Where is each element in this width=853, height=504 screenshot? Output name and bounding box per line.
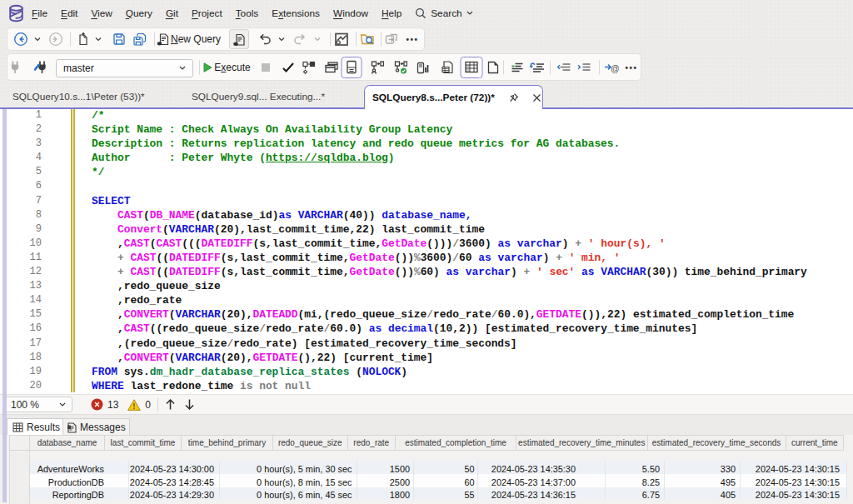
svg-text:@: @ bbox=[611, 63, 619, 73]
svg-text:01: 01 bbox=[466, 69, 470, 72]
svg-text:01: 01 bbox=[466, 65, 470, 68]
